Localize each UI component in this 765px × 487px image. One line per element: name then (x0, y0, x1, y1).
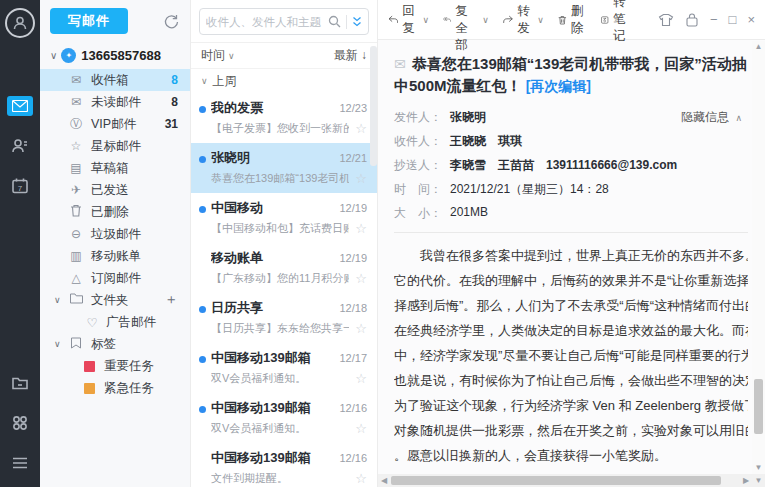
edit-again-link[interactable]: [再次编辑] (526, 78, 591, 94)
sidebar-item-label: 广告邮件 (106, 314, 156, 331)
maximize-button[interactable]: □ (729, 13, 737, 26)
sidebar-item-ad-mail[interactable]: ♡ 广告邮件 (40, 311, 190, 333)
scroll-right-icon[interactable]: ▶ (740, 474, 752, 487)
sidebar-item-subscriptions[interactable]: △ 订阅邮件 (40, 267, 190, 289)
minimize-button[interactable]: − (710, 13, 718, 26)
group-header-last-week[interactable]: ∨ 上周 (191, 69, 377, 93)
account-avatar-icon: ✦ (61, 48, 76, 63)
to-note-button[interactable]: 转笔记 (601, 0, 633, 45)
mail-sender: 中国移动139邮箱 (211, 449, 333, 467)
search-input[interactable] (206, 16, 328, 28)
chevron-down-icon: ∨ (228, 51, 235, 61)
sidebar-group-folders[interactable]: ∨ 文件夹 ＋ (40, 289, 190, 311)
star-icon[interactable]: ☆ (355, 421, 367, 436)
mail-list-item[interactable]: 中国移动139邮箱12/17 双V会员福利通知。☆ (191, 343, 377, 393)
sort-by-time[interactable]: 时间 (201, 47, 225, 64)
calendar-nav-icon[interactable]: 7 (0, 166, 40, 206)
mail-list-item[interactable]: 我的发票12/23 【电子发票】您收到一张新的电子发票。☆ (191, 93, 377, 143)
star-icon[interactable]: ☆ (355, 371, 367, 386)
sidebar-tag-urgent[interactable]: 紧急任务 (40, 377, 190, 399)
delete-button[interactable]: 删除 (558, 3, 588, 37)
mail-preview: 【中国移动和包】充话费日账单已送到 … (211, 221, 349, 236)
mail-date: 12/21 (339, 152, 367, 164)
sidebar-item-drafts[interactable]: ▤ 草稿箱 (40, 157, 190, 179)
star-icon[interactable]: ☆ (355, 121, 367, 136)
list-scrollbar-thumb[interactable] (370, 46, 377, 166)
sidebar-item-inbox[interactable]: ✉ 收件箱 8 (40, 69, 190, 91)
mail-date: 12/18 (339, 302, 367, 314)
sidebar-item-junk[interactable]: ⊖ 垃圾邮件 (40, 223, 190, 245)
vip-count-badge: 31 (165, 117, 178, 131)
mail-date: 12/16 (339, 452, 367, 464)
tag-label: 紧急任务 (104, 380, 154, 397)
close-button[interactable]: × (747, 13, 755, 26)
star-icon[interactable]: ☆ (355, 471, 367, 486)
sidebar-item-mobile-bill[interactable]: ▥ 移动账单 (40, 245, 190, 267)
sort-latest[interactable]: 最新 ↓ (334, 47, 367, 64)
folder-nav-icon[interactable] (0, 363, 40, 403)
vertical-scrollbar[interactable]: ▲ ▼ (752, 41, 765, 474)
reply-label: 回复 (402, 3, 419, 37)
contacts-nav-icon[interactable] (0, 126, 40, 166)
sidebar-item-deleted[interactable]: 已删除 (40, 201, 190, 223)
star-icon[interactable]: ☆ (355, 321, 367, 336)
sidebar-item-label: 垃圾邮件 (91, 226, 141, 243)
mail-client-window: 7 写邮件 ∨ ✦ 13665857688 ✉ 收件箱 8 (0, 0, 765, 487)
mail-list-item[interactable]: 张晓明12/21 恭喜您在139邮箱“139老司机带带我…☆ (191, 143, 377, 193)
mail-list-item[interactable]: 中国移动139邮箱12/16 双V会员福利通知。☆ (191, 393, 377, 443)
scroll-up-icon[interactable]: ▲ (752, 41, 765, 53)
star-icon[interactable]: ☆ (355, 271, 367, 286)
mail-sender: 中国移动139邮箱 (211, 349, 333, 367)
bill-icon: ▥ (68, 249, 84, 263)
sidebar-group-tags[interactable]: ∨ 标签 (40, 333, 190, 355)
hide-info-toggle[interactable]: 隐藏信息 ∧ (681, 109, 742, 126)
sort-row: 时间 ∨ 最新 ↓ (191, 43, 377, 69)
scroll-left-icon[interactable]: ◀ (378, 474, 390, 487)
compose-row: 写邮件 (40, 0, 190, 40)
star-icon[interactable]: ☆ (355, 221, 367, 236)
sidebar-item-starred[interactable]: ☆ 星标邮件 (40, 135, 190, 157)
menu-icon[interactable] (0, 443, 40, 483)
sidebar-item-unread[interactable]: ✉ 未读邮件 8 (40, 91, 190, 113)
unread-dot (199, 206, 206, 213)
mail-list-item[interactable]: 日历共享12/18 【日历共享】东东给您共享一个名为“活…☆ (191, 293, 377, 343)
advanced-search-chevrons-icon[interactable] (352, 16, 362, 28)
scroll-down-icon[interactable]: ▼ (752, 462, 765, 474)
skin-tshirt-icon[interactable] (658, 13, 674, 27)
sidebar-group-label: 文件夹 (91, 292, 129, 309)
add-folder-button[interactable]: ＋ (164, 291, 178, 309)
unread-dot (199, 406, 206, 413)
sidebar-tag-important[interactable]: 重要任务 (40, 355, 190, 377)
mail-nav-icon[interactable] (0, 86, 40, 126)
mail-body: 我曾在很多答案中提到过，世界上真正无价的东西并不多。如果硬要算， 它的代价。在我… (394, 243, 748, 468)
mail-list-item[interactable]: 中国移动139邮箱12/16 文件到期提醒。☆ (191, 443, 377, 487)
envelope-icon: ✉ (394, 56, 406, 72)
account-row[interactable]: ∨ ✦ 13665857688 (40, 40, 190, 69)
apps-grid-icon[interactable] (0, 403, 40, 443)
sidebar-item-vip[interactable]: Ⓥ VIP邮件 31 (40, 113, 190, 135)
mail-list-item[interactable]: 中国移动12/19 【中国移动和包】充话费日账单已送到 …☆ (191, 193, 377, 243)
sidebar-item-label: 移动账单 (91, 248, 141, 265)
tag-label: 重要任务 (104, 358, 154, 375)
hide-info-label: 隐藏信息 (681, 110, 729, 124)
user-avatar[interactable] (5, 8, 35, 38)
mail-sender: 中国移动139邮箱 (211, 399, 333, 417)
chevron-down-icon: ∨ (54, 339, 68, 349)
orange-tag-swatch (84, 383, 95, 394)
forward-button[interactable]: 转发 ∨ (503, 3, 544, 37)
search-icon[interactable] (328, 15, 341, 28)
app-rail: 7 (0, 0, 40, 487)
horizontal-scrollbar[interactable]: ◀ ▶ (378, 474, 752, 487)
lock-icon[interactable] (685, 13, 699, 27)
mail-list-item[interactable]: 移动账单12/19 【广东移动】您的11月积分账单已送达 …☆ (191, 243, 377, 293)
horizontal-scrollbar-thumb[interactable] (391, 476, 721, 485)
vertical-scrollbar-thumb[interactable] (754, 379, 763, 434)
mail-preview: 【广东移动】您的11月积分账单已送达 … (211, 271, 349, 286)
star-icon[interactable]: ☆ (355, 171, 367, 186)
sidebar-item-sent[interactable]: ✈ 已发送 (40, 179, 190, 201)
compose-button[interactable]: 写邮件 (50, 8, 128, 34)
inbox-icon: ✉ (68, 73, 84, 87)
mail-sender: 移动账单 (211, 249, 333, 267)
refresh-icon[interactable] (163, 13, 180, 30)
reply-button[interactable]: 回复 ∨ (388, 3, 429, 37)
